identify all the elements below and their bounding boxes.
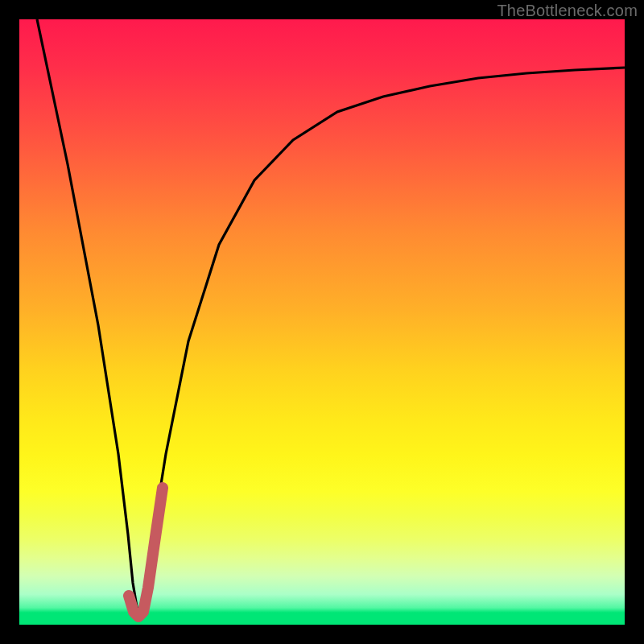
curve-layer [19,19,625,625]
watermark-text: TheBottleneck.com [497,2,638,20]
highlight-segment [129,488,163,617]
bottleneck-curve [37,19,625,615]
chart-frame: TheBottleneck.com [0,0,644,644]
plot-area [19,19,625,625]
